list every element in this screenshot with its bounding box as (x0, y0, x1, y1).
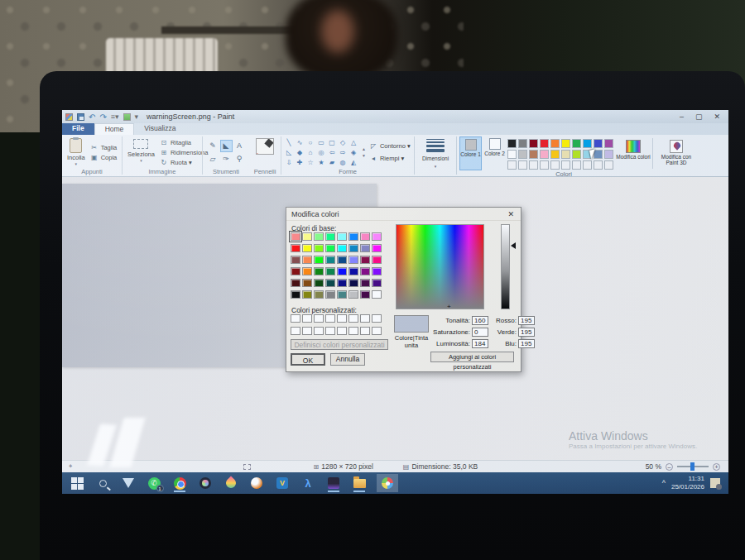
basic-color-swatch[interactable] (348, 267, 358, 275)
basic-color-swatch[interactable] (360, 267, 370, 275)
basic-color-swatch[interactable] (302, 290, 312, 299)
blue-input[interactable]: 195 (518, 339, 535, 348)
custom-color-swatch[interactable] (360, 314, 370, 323)
shape-icon[interactable]: ╲ (284, 138, 294, 147)
dialog-title-bar[interactable]: Modifica colori ✕ (286, 208, 521, 221)
basic-color-swatch[interactable] (337, 244, 347, 252)
shape-icon[interactable]: ◈ (348, 148, 358, 157)
cut-button[interactable]: ✂ Taglia (90, 142, 118, 152)
shape-icon[interactable]: ◍ (338, 158, 348, 167)
custom-color-swatch[interactable] (325, 314, 335, 323)
cancel-button[interactable]: Annulla (330, 353, 365, 366)
lum-input[interactable]: 184 (472, 339, 488, 348)
minimize-button[interactable]: – (680, 112, 684, 121)
palette-swatch-empty[interactable] (540, 160, 549, 170)
shape-icon[interactable]: ⇨ (338, 148, 348, 157)
crop-button[interactable]: ⊡ Ritaglia (160, 137, 208, 147)
basic-color-swatch[interactable] (302, 267, 312, 275)
sizes-label[interactable]: Dimensioni (422, 156, 449, 161)
shape-icon[interactable]: ☆ (305, 158, 315, 167)
custom-color-swatch[interactable] (291, 327, 300, 335)
shapes-scrollbar[interactable]: ▲▼ (361, 136, 367, 168)
taskbar-clock[interactable]: 11:31 25/01/2026 (671, 475, 704, 491)
palette-swatch-empty[interactable] (550, 160, 560, 170)
custom-color-swatch[interactable] (314, 327, 324, 335)
resize-button[interactable]: ⊞ Ridimensiona (160, 147, 208, 157)
luminosity-slider[interactable] (501, 224, 510, 309)
zoom-out-button[interactable]: – (666, 463, 673, 471)
copy-button[interactable]: ▣ Copia (90, 152, 118, 162)
paste-button[interactable]: Incolla ▾ (65, 136, 88, 168)
shape-icon[interactable]: ◺ (284, 148, 294, 157)
basic-color-swatch[interactable] (360, 256, 370, 264)
color1-button[interactable]: Colore 1 (459, 136, 482, 170)
shape-icon[interactable]: ◎ (316, 148, 326, 157)
tab-home[interactable]: Home (94, 123, 135, 135)
basic-color-swatch[interactable] (314, 267, 324, 275)
outline-dropdown[interactable]: ◸ Contorno ▾ (369, 141, 411, 151)
basic-color-swatch[interactable] (348, 244, 358, 252)
eraser-tool-icon[interactable]: ▱ (207, 153, 219, 165)
taskbar-app-dark[interactable] (325, 474, 342, 492)
palette-swatch-empty[interactable] (583, 160, 592, 170)
basic-color-swatch[interactable] (372, 232, 382, 241)
chevron-down-icon[interactable]: ▾ (135, 113, 139, 121)
shape-icon[interactable]: ▭ (316, 138, 326, 147)
basic-color-swatch[interactable] (325, 232, 335, 241)
redo-icon[interactable]: ↷ (99, 113, 106, 121)
basic-color-swatch[interactable] (314, 279, 324, 287)
palette-swatch[interactable] (594, 139, 603, 148)
custom-color-swatch[interactable] (337, 327, 347, 335)
basic-color-swatch[interactable] (314, 232, 324, 241)
palette-swatch-empty[interactable] (572, 160, 581, 170)
basic-color-swatch[interactable] (360, 290, 370, 299)
brushes-button[interactable] (253, 136, 276, 168)
shape-icon[interactable]: ◭ (348, 158, 358, 167)
taskbar-chrome[interactable] (171, 474, 188, 492)
fill-tool-icon[interactable]: ◣ (220, 140, 233, 152)
basic-color-swatch[interactable] (360, 232, 370, 241)
shape-icon[interactable]: ✚ (295, 158, 305, 167)
ok-button[interactable]: OK (291, 353, 325, 366)
basic-color-swatch[interactable] (348, 232, 358, 241)
custom-color-swatch[interactable] (314, 314, 324, 323)
basic-color-swatch[interactable] (314, 256, 324, 264)
tray-notification-icon[interactable] (710, 478, 720, 488)
basic-color-swatch[interactable] (291, 232, 300, 241)
taskbar-app-drop[interactable] (223, 474, 239, 492)
basic-color-swatch[interactable] (291, 244, 300, 252)
edit-colors-button[interactable]: Modifica colori (616, 136, 651, 170)
basic-color-swatch[interactable] (325, 256, 335, 264)
basic-color-swatch[interactable] (337, 267, 347, 275)
palette-swatch[interactable] (604, 139, 613, 148)
palette-swatch[interactable] (518, 139, 527, 148)
palette-swatch-empty[interactable] (529, 160, 538, 170)
taskbar-whatsapp[interactable]: ✆1 (146, 474, 162, 492)
basic-color-swatch[interactable] (302, 256, 312, 264)
palette-swatch[interactable] (507, 139, 517, 148)
basic-color-swatch[interactable] (325, 244, 335, 252)
customize-toolbar-icon[interactable]: ≡▾ (111, 113, 119, 121)
shape-icon[interactable]: ⇩ (284, 158, 294, 167)
shape-icon[interactable]: ◇ (338, 138, 348, 147)
shape-icon[interactable]: ▢ (327, 138, 337, 147)
shape-icon[interactable]: ⌂ (305, 148, 315, 157)
close-button[interactable]: ✕ (714, 112, 720, 121)
palette-swatch[interactable] (561, 150, 570, 159)
taskbar-app-orange[interactable] (248, 474, 265, 492)
palette-swatch[interactable] (540, 150, 549, 159)
basic-color-swatch[interactable] (360, 244, 370, 252)
custom-color-swatch[interactable] (337, 314, 347, 323)
custom-color-swatch[interactable] (348, 314, 358, 323)
palette-swatch-empty[interactable] (507, 160, 517, 170)
palette-swatch[interactable] (572, 139, 581, 148)
taskbar-app-lambda[interactable]: λ (300, 474, 316, 492)
pencil-tool-icon[interactable]: ✎ (207, 140, 219, 152)
palette-swatch-empty[interactable] (561, 160, 570, 170)
palette-swatch[interactable] (540, 139, 549, 148)
shape-icon[interactable]: ★ (316, 158, 326, 167)
palette-swatch[interactable] (518, 150, 527, 159)
line-sizes-icon[interactable] (426, 139, 445, 152)
palette-swatch-empty[interactable] (604, 160, 613, 170)
luminosity-arrow-icon[interactable] (511, 242, 516, 249)
